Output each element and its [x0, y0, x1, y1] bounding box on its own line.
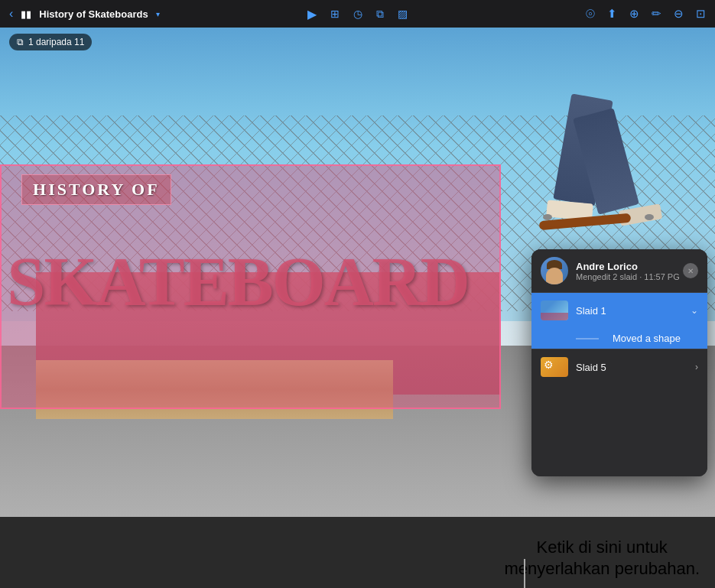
slide-5-chevron-icon[interactable]: › [695, 362, 698, 372]
play-button[interactable]: ▶ [307, 7, 317, 21]
tooltip-line1: Ketik di sini untuk [504, 537, 700, 559]
slide-5-thumbnail [541, 357, 568, 377]
slide-5-label: Slaid 5 [576, 362, 695, 373]
top-bar-center: ▶ ⊞ ◷ ⧉ ▨ [307, 7, 408, 21]
moved-shape-label: Moved a shape [613, 333, 698, 344]
user-info: Andre Lorico Mengedit 2 slaid · 11:57 PG [576, 261, 683, 281]
user-subtitle: Mengedit 2 slaid · 11:57 PG [576, 272, 683, 281]
popup-header: Andre Lorico Mengedit 2 slaid · 11:57 PG… [531, 249, 707, 293]
slide-1-thumbnail [541, 300, 568, 320]
bottom-tooltip[interactable]: Ketik di sini untuk menyerlahkan perubah… [504, 537, 700, 580]
activity-popup: Andre Lorico Mengedit 2 slaid · 11:57 PG… [531, 249, 707, 476]
slide-1-dropdown-icon[interactable]: ⌄ [691, 305, 698, 316]
moved-shape-info: Moved a shape [613, 333, 698, 344]
skater-figure [531, 28, 669, 226]
slide-1-info: Slaid 1 [576, 305, 691, 317]
popup-close-button[interactable]: ✕ [683, 263, 698, 278]
plus-circle-icon[interactable]: ⊕ [629, 7, 639, 21]
slide-count-badge: ⧉ 1 daripada 11 [9, 34, 92, 50]
tooltip-line2: menyerlahkan perubahan. [504, 558, 700, 580]
copy-icon: ⧉ [17, 37, 24, 47]
share-icon[interactable]: ⬆ [607, 7, 617, 21]
title-chevron-icon[interactable]: ▾ [156, 10, 160, 18]
skateboard-label: SKATEBOARD [7, 248, 468, 317]
history-of-label: HISTORY OF [33, 180, 160, 199]
clock-icon[interactable]: ◷ [353, 8, 362, 20]
username-label: Andre Lorico [576, 261, 683, 272]
top-bar-right: ⦾ ⬆ ⊕ ✏ ⊖ ⊡ [586, 7, 706, 21]
slide-count-label: 1 daripada 11 [28, 37, 84, 47]
slide-1-label: Slaid 1 [576, 305, 691, 317]
brush-icon[interactable]: ✏ [652, 7, 661, 21]
grid-save-icon[interactable]: ⊡ [696, 7, 706, 21]
slide-area: HISTORY OF SKATEBOARD ⧉ 1 daripada 11 An… [0, 28, 715, 588]
indent-line [576, 338, 599, 339]
slide-item-1[interactable]: Slaid 1 ⌄ [531, 293, 707, 328]
slides-panel-icon[interactable]: ▮▮ [21, 8, 31, 20]
vertical-divider [524, 559, 525, 588]
top-bar-left: ‹ ▮▮ History of Skateboards ▾ [9, 7, 160, 21]
top-bar: ‹ ▮▮ History of Skateboards ▾ ▶ ⊞ ◷ ⧉ ▨ … [0, 0, 715, 28]
media-icon[interactable]: ▨ [398, 8, 408, 20]
presentation-title: History of Skateboards [39, 8, 148, 20]
minus-circle-icon[interactable]: ⊖ [674, 7, 684, 21]
collab-icon[interactable]: ⦾ [586, 7, 595, 21]
table-icon[interactable]: ⊞ [330, 8, 340, 20]
avatar [541, 257, 568, 284]
slide-5-info: Slaid 5 [576, 362, 695, 373]
close-icon: ✕ [687, 267, 694, 275]
history-of-textbox[interactable]: HISTORY OF [21, 174, 171, 205]
layers-icon[interactable]: ⧉ [376, 8, 384, 21]
moved-shape-item[interactable]: Moved a shape [531, 328, 707, 349]
slide-item-5[interactable]: Slaid 5 › [531, 349, 707, 385]
popup-bottom-space [531, 385, 707, 476]
back-button[interactable]: ‹ [9, 7, 13, 21]
